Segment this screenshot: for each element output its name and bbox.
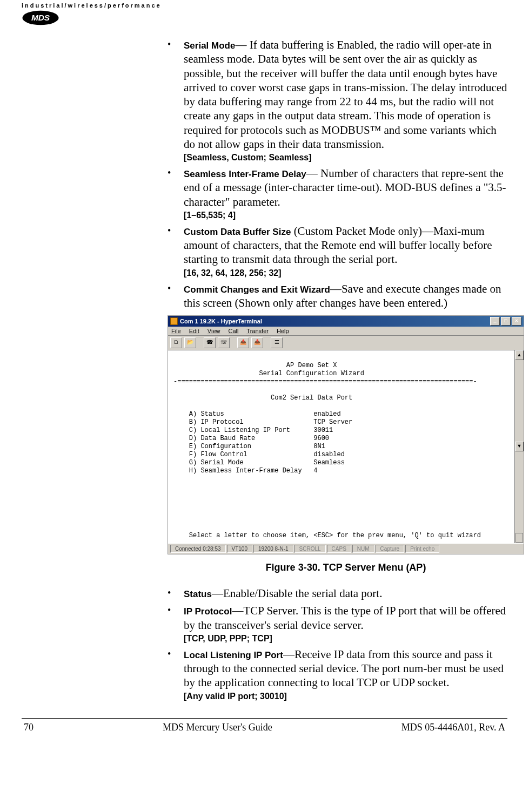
bullet-dot: • — [168, 224, 184, 279]
bullet-dot: • — [168, 604, 184, 644]
list-item: • Local Listening IP Port—Receive IP dat… — [168, 647, 508, 702]
bullet-dot: • — [168, 38, 184, 163]
receive-icon[interactable]: 📥 — [251, 337, 263, 348]
scroll-up-icon[interactable]: ▲ — [515, 350, 524, 360]
menu-bar: File Edit View Call Transfer Help — [168, 327, 524, 336]
status-caps: CAPS — [327, 545, 351, 553]
new-icon[interactable]: 🗋 — [170, 337, 182, 348]
menu-call[interactable]: Call — [229, 328, 239, 334]
terminal-body[interactable]: AP Demo Set X Serial Configuration Wizar… — [168, 350, 514, 543]
bullet-list-bottom: • Status—Enable/Disable the serial data … — [168, 586, 508, 702]
status-scroll: SCROLL — [294, 545, 326, 553]
send-icon[interactable]: 📤 — [237, 337, 249, 348]
status-bar: Connected 0:28:53 VT100 19200 8-N-1 SCRO… — [168, 543, 524, 554]
bullet-dot: • — [168, 282, 184, 310]
resize-grip-icon[interactable] — [515, 533, 523, 543]
term-opts: [16, 32, 64, 128, 256; 32] — [184, 268, 508, 279]
term-sep: — — [283, 648, 294, 661]
list-item: • Custom Data Buffer Size (Custom Packet… — [168, 224, 508, 279]
term-label: Custom Data Buffer Size — [184, 227, 291, 237]
terminal-figure: Com 1 19.2K - HyperTerminal _ □ × File E… — [168, 315, 524, 573]
status-connected: Connected 0:28:53 — [170, 545, 226, 553]
status-emulation: VT100 — [227, 545, 252, 553]
term-opts: [TCP, UDP, PPP; TCP] — [184, 633, 508, 644]
properties-icon[interactable]: ☰ — [271, 337, 283, 348]
term-label: Commit Changes and Exit Wizard — [184, 285, 330, 295]
bullet-dot: • — [168, 586, 184, 600]
page-footer: 70 MDS Mercury User's Guide MDS 05-4446A… — [22, 722, 507, 744]
menu-view[interactable]: View — [207, 328, 220, 334]
status-num: NUM — [352, 545, 374, 553]
scrollbar[interactable]: ▲ ▼ — [514, 350, 524, 543]
term-label: IP Protocol — [184, 606, 232, 617]
menu-help[interactable]: Help — [277, 328, 289, 334]
status-config: 19200 8-N-1 — [253, 545, 293, 553]
bullet-list-top: • Serial Mode— If data buffering is Enab… — [168, 38, 508, 310]
mds-logo: MDS — [22, 10, 59, 26]
header-tagline: industrial/wireless/performance — [22, 2, 507, 9]
term-opts: [Any valid IP port; 30010] — [184, 691, 508, 702]
bullet-dot: • — [168, 166, 184, 221]
close-button[interactable]: × — [512, 317, 521, 326]
footer-title: MDS Mercury User's Guide — [163, 722, 272, 733]
window-titlebar: Com 1 19.2K - HyperTerminal _ □ × — [168, 316, 524, 327]
list-item: • IP Protocol—TCP Server. This is the ty… — [168, 604, 508, 644]
svg-text:MDS: MDS — [31, 13, 50, 22]
list-item: • Status—Enable/Disable the serial data … — [168, 586, 508, 600]
term-label: Local Listening IP Port — [184, 650, 283, 660]
term-opts: [1–65,535; 4] — [184, 210, 508, 221]
term-text: Enable/Disable the serial data port. — [223, 587, 382, 600]
term-label: Seamless Inter-Frame Delay — [184, 169, 306, 179]
connect-icon[interactable]: ☎ — [204, 337, 216, 348]
term-label: Serial Mode — [184, 40, 235, 51]
maximize-button[interactable]: □ — [501, 317, 511, 326]
bullet-dot: • — [168, 647, 184, 702]
list-item: • Serial Mode— If data buffering is Enab… — [168, 38, 508, 163]
open-icon[interactable]: 📂 — [184, 337, 196, 348]
app-icon — [170, 317, 178, 325]
disconnect-icon[interactable]: ☏ — [218, 337, 230, 348]
term-sep: — — [212, 587, 223, 600]
status-printecho: Print echo — [405, 545, 439, 553]
term-text: If data buffering is Enabled, the radio … — [184, 38, 507, 151]
footer-page-number: 70 — [24, 722, 34, 733]
menu-transfer[interactable]: Transfer — [246, 328, 269, 334]
footer-docid: MDS 05-4446A01, Rev. A — [401, 722, 505, 733]
menu-edit[interactable]: Edit — [189, 328, 199, 334]
list-item: • Commit Changes and Exit Wizard—Save an… — [168, 282, 508, 310]
term-sep: — — [330, 282, 341, 295]
minimize-button[interactable]: _ — [490, 317, 500, 326]
menu-file[interactable]: File — [171, 328, 181, 334]
toolbar: 🗋 📂 ☎ ☏ 📤 📥 ☰ — [168, 336, 524, 350]
footer-rule — [22, 718, 507, 719]
list-item: • Seamless Inter-Frame Delay— Number of … — [168, 166, 508, 221]
term-opts: [Seamless, Custom; Seamless] — [184, 152, 508, 163]
scroll-down-icon[interactable]: ▼ — [515, 442, 524, 451]
hyperterminal-window: Com 1 19.2K - HyperTerminal _ □ × File E… — [168, 315, 524, 554]
term-sep: — — [306, 167, 320, 180]
term-sep: — — [235, 38, 249, 51]
window-title: Com 1 19.2K - HyperTerminal — [180, 318, 262, 324]
term-sep: — — [232, 604, 243, 617]
term-label: Status — [184, 589, 212, 599]
figure-caption: Figure 3-30. TCP Server Menu (AP) — [168, 562, 524, 573]
status-capture: Capture — [376, 545, 405, 553]
